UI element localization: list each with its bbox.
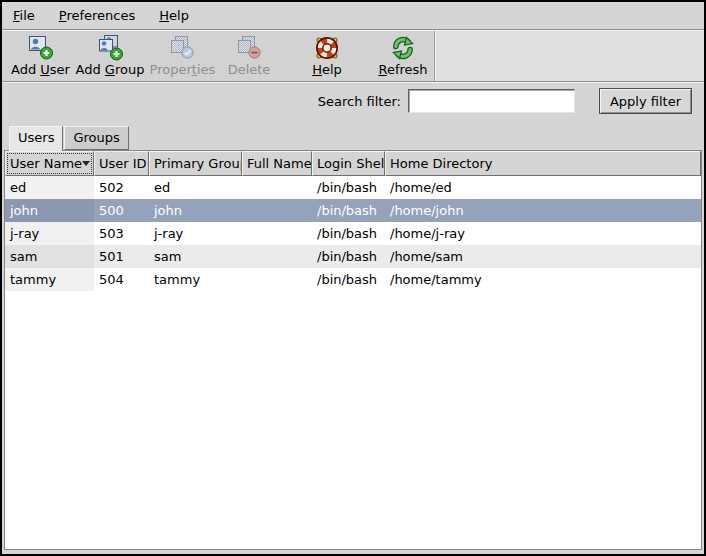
- filter-row: Search filter: Apply filter: [2, 83, 704, 119]
- column-header-primary-group[interactable]: Primary Group: [149, 151, 242, 176]
- refresh-button[interactable]: Refresh: [372, 33, 434, 77]
- delete-button[interactable]: Delete: [218, 33, 280, 77]
- add-group-icon: [96, 34, 124, 62]
- search-filter-input[interactable]: [408, 89, 575, 113]
- tab-users[interactable]: Users: [9, 126, 63, 151]
- table-row[interactable]: sam 501 sam /bin/bash /home/sam: [5, 245, 701, 268]
- column-header-home-directory[interactable]: Home Directory: [385, 151, 701, 176]
- delete-icon: [235, 34, 263, 62]
- add-user-icon: [26, 34, 54, 62]
- column-header-login-shell[interactable]: Login Shell: [312, 151, 385, 176]
- column-header-user-name[interactable]: User Name: [5, 151, 94, 176]
- toolbar-row: Add User Add Group: [2, 31, 704, 81]
- table-row-selected[interactable]: john 500 john /bin/bash /home/john: [5, 199, 701, 222]
- column-header-user-id[interactable]: User ID: [94, 151, 149, 176]
- toolbar-filler: [435, 31, 704, 81]
- menubar: File Preferences Help: [2, 2, 704, 29]
- add-user-label: Add User: [11, 62, 70, 77]
- search-filter-label: Search filter:: [318, 94, 401, 109]
- refresh-label: Refresh: [378, 62, 427, 77]
- properties-label: Properties: [150, 62, 216, 77]
- table-row[interactable]: ed 502 ed /bin/bash /home/ed: [5, 176, 701, 199]
- users-table: User Name User ID Primary Group Full Nam…: [4, 150, 702, 550]
- column-header-full-name[interactable]: Full Name: [242, 151, 312, 176]
- menu-file[interactable]: File: [8, 5, 40, 26]
- table-header: User Name User ID Primary Group Full Nam…: [5, 151, 701, 176]
- refresh-icon: [390, 34, 416, 62]
- user-manager-window: File Preferences Help Add User: [0, 0, 706, 556]
- help-label: Help: [312, 62, 342, 77]
- menu-help[interactable]: Help: [154, 5, 194, 26]
- toolbar: Add User Add Group: [2, 31, 435, 81]
- table-empty-area: [5, 291, 701, 549]
- delete-label: Delete: [228, 62, 271, 77]
- help-icon: [314, 34, 340, 62]
- tab-bar: Users Groups: [2, 119, 704, 150]
- add-group-label: Add Group: [76, 62, 145, 77]
- sort-desc-arrow-icon: [82, 161, 90, 166]
- table-row[interactable]: j-ray 503 j-ray /bin/bash /home/j-ray: [5, 222, 701, 245]
- help-button[interactable]: Help: [296, 33, 358, 77]
- add-group-button[interactable]: Add Group: [73, 33, 147, 77]
- apply-filter-button[interactable]: Apply filter: [599, 88, 692, 114]
- properties-button[interactable]: Properties: [147, 33, 218, 77]
- table-row[interactable]: tammy 504 tammy /bin/bash /home/tammy: [5, 268, 701, 291]
- properties-icon: [168, 34, 196, 62]
- menu-preferences[interactable]: Preferences: [54, 5, 140, 26]
- tab-groups[interactable]: Groups: [64, 126, 128, 150]
- add-user-button[interactable]: Add User: [8, 33, 73, 77]
